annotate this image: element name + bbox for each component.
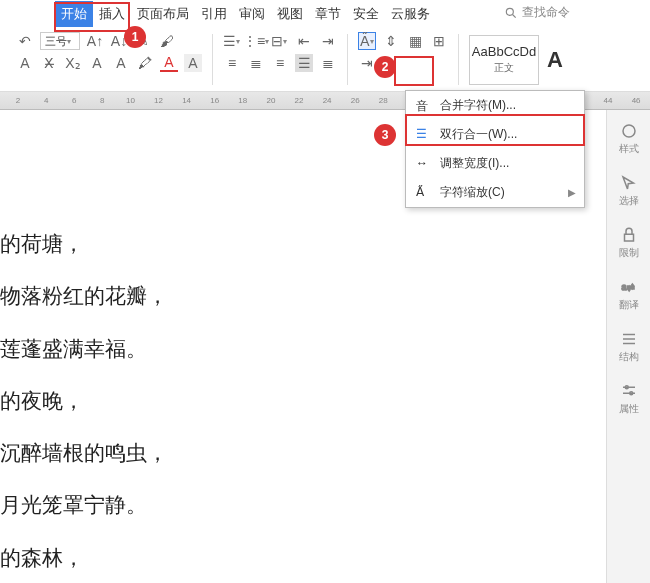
ruler-mark: 8: [88, 96, 116, 105]
tab-view[interactable]: 视图: [271, 1, 309, 27]
shading-icon[interactable]: ▦: [406, 32, 424, 50]
divider: [212, 34, 213, 85]
svg-text:a⇄: a⇄: [621, 282, 634, 292]
menu-two-lines-in-one[interactable]: ☰ 双行合一(W)...: [406, 120, 584, 149]
sidebar-item-select[interactable]: 选择: [619, 174, 639, 208]
structure-icon: [620, 330, 638, 348]
border-icon[interactable]: ⊞: [430, 32, 448, 50]
menu-merge-chars[interactable]: ⾳ 合并字符(M)...: [406, 91, 584, 120]
style-name: 正文: [494, 61, 514, 75]
ruler-mark: 24: [313, 96, 341, 105]
ruler-mark: 16: [201, 96, 229, 105]
strikethrough-icon[interactable]: X̶: [40, 54, 58, 72]
ruler-mark: 4: [32, 96, 60, 105]
ruler-mark: 2: [4, 96, 32, 105]
text-line: 的荷塘，: [0, 220, 606, 268]
superscript-icon[interactable]: A: [88, 54, 106, 72]
align-justify-icon[interactable]: ☰: [295, 54, 313, 72]
text-line: 沉醉墙根的鸣虫，: [0, 429, 606, 477]
text-line: 物落粉红的花瓣，: [0, 272, 606, 320]
sidebar-item-style[interactable]: 样式: [619, 122, 639, 156]
search-icon: [504, 6, 518, 20]
svg-point-2: [623, 125, 635, 137]
svg-point-0: [506, 8, 513, 15]
asian-layout-icon[interactable]: A̋▾: [358, 32, 376, 50]
distribute-icon[interactable]: ≣: [319, 54, 337, 72]
divider: [347, 34, 348, 85]
tab-review[interactable]: 审阅: [233, 1, 271, 27]
tab-cloud[interactable]: 云服务: [385, 1, 436, 27]
sidebar-item-properties[interactable]: 属性: [619, 382, 639, 416]
ruler-mark: 26: [341, 96, 369, 105]
text-effect-icon[interactable]: A: [112, 54, 130, 72]
ruler-mark: 20: [257, 96, 285, 105]
multilevel-list-icon[interactable]: ⊟▾: [271, 32, 289, 50]
font-size-select[interactable]: 三号▾: [40, 32, 80, 50]
sidebar-label: 限制: [619, 246, 639, 260]
align-center-icon[interactable]: ≣: [247, 54, 265, 72]
char-shading-icon[interactable]: A: [184, 54, 202, 72]
divider: [458, 34, 459, 85]
ruler-mark: 14: [173, 96, 201, 105]
ruler-mark: 12: [144, 96, 172, 105]
svg-line-1: [513, 14, 516, 17]
sidebar-item-restrict[interactable]: 限制: [619, 226, 639, 260]
search-command[interactable]: 查找命令: [504, 4, 570, 21]
sidebar-item-translate[interactable]: a⇄ 翻译: [619, 278, 639, 312]
font-color-icon[interactable]: A: [160, 54, 178, 72]
sidebar-label: 样式: [619, 142, 639, 156]
merge-chars-icon: ⾳: [416, 98, 432, 114]
font-a-icon[interactable]: A: [16, 54, 34, 72]
step-badge-1: 1: [124, 26, 146, 48]
char-zoom-icon: A̋: [416, 185, 432, 201]
line-spacing-icon[interactable]: ⇕: [382, 32, 400, 50]
tab-layout[interactable]: 页面布局: [131, 1, 195, 27]
subscript-icon[interactable]: X₂: [64, 54, 82, 72]
tab-chapter[interactable]: 章节: [309, 1, 347, 27]
ruler-mark: 28: [369, 96, 397, 105]
ruler-mark: 46: [622, 96, 650, 105]
svg-rect-3: [624, 234, 633, 241]
ribbon-toolbar: ↶ 三号▾ A↑ A↓ ✎ 🖌 A X̶ X₂ A A 🖍 A A ☰▾ ⋮≡▾…: [0, 28, 650, 92]
tab-reference[interactable]: 引用: [195, 1, 233, 27]
text-line: 月光笼罩宁静。: [0, 481, 606, 529]
adjust-width-icon: ↔: [416, 156, 432, 172]
undo-icon[interactable]: ↶: [16, 32, 34, 50]
style-normal[interactable]: AaBbCcDd 正文: [469, 35, 539, 85]
decrease-indent-icon[interactable]: ⇤: [295, 32, 313, 50]
tab-start[interactable]: 开始: [55, 1, 93, 27]
translate-icon: a⇄: [620, 278, 638, 296]
sliders-icon: [620, 382, 638, 400]
asian-layout-dropdown: ⾳ 合并字符(M)... ☰ 双行合一(W)... ↔ 调整宽度(I)... A…: [405, 90, 585, 208]
step-badge-3: 3: [374, 124, 396, 146]
tab-security[interactable]: 安全: [347, 1, 385, 27]
increase-font-icon[interactable]: A↑: [86, 32, 104, 50]
text-line: 的森林，: [0, 534, 606, 582]
menu-adjust-width[interactable]: ↔ 调整宽度(I)...: [406, 149, 584, 178]
highlight-icon[interactable]: 🖍: [136, 54, 154, 72]
ruler-mark: 6: [60, 96, 88, 105]
bullet-list-icon[interactable]: ☰▾: [223, 32, 241, 50]
format-painter-icon[interactable]: 🖌: [158, 32, 176, 50]
text-line: 莲蓬盛满幸福。: [0, 325, 606, 373]
menu-label: 合并字符(M)...: [440, 97, 516, 114]
tab-insert[interactable]: 插入: [93, 1, 131, 27]
two-lines-icon: ☰: [416, 127, 432, 143]
ruler-mark: 18: [229, 96, 257, 105]
number-list-icon[interactable]: ⋮≡▾: [247, 32, 265, 50]
menu-tabs: 开始 插入 页面布局 引用 审阅 视图 章节 安全 云服务 查找命令: [0, 0, 650, 28]
align-left-icon[interactable]: ≡: [223, 54, 241, 72]
ruler-mark: 44: [594, 96, 622, 105]
style-preview: AaBbCcDd: [472, 44, 536, 59]
sidebar-label: 选择: [619, 194, 639, 208]
menu-char-zoom[interactable]: A̋ 字符缩放(C) ▶: [406, 178, 584, 207]
sidebar-item-structure[interactable]: 结构: [619, 330, 639, 364]
cursor-icon: [620, 174, 638, 192]
sidebar-label: 结构: [619, 350, 639, 364]
menu-label: 调整宽度(I)...: [440, 155, 509, 172]
menu-label: 双行合一(W)...: [440, 126, 517, 143]
increase-indent-icon[interactable]: ⇥: [319, 32, 337, 50]
align-right-icon[interactable]: ≡: [271, 54, 289, 72]
style-heading-preview[interactable]: A: [547, 47, 565, 73]
ruler-mark: 10: [116, 96, 144, 105]
